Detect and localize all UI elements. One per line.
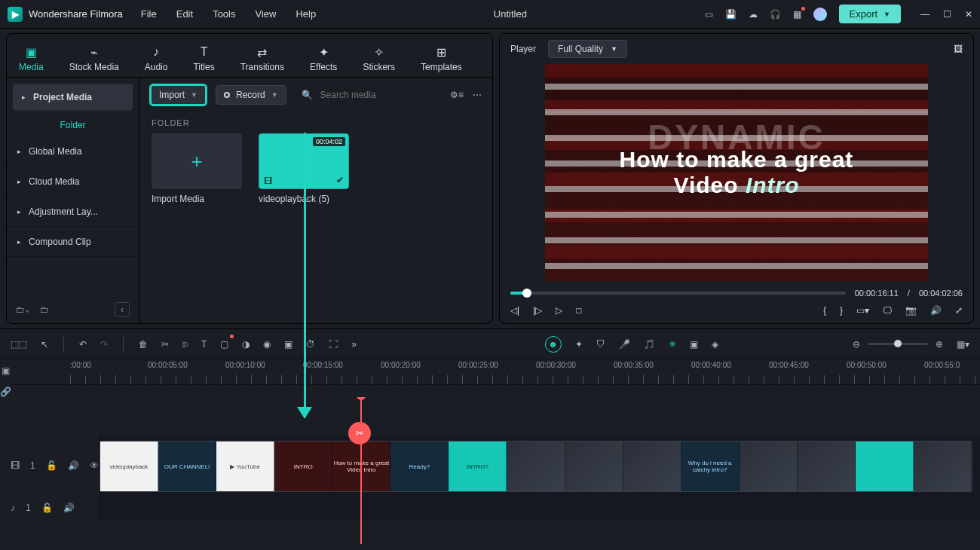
enhance-icon[interactable]: ✳ xyxy=(669,339,676,350)
tab-stickers[interactable]: ✧Stickers xyxy=(357,41,401,77)
import-button[interactable]: Import▼ xyxy=(150,84,207,105)
sidebar-item-global-media[interactable]: ▸Global Media xyxy=(7,136,139,167)
search-input[interactable] xyxy=(319,89,435,101)
speed-1-icon[interactable]: ◑ xyxy=(242,339,250,350)
apps-icon[interactable]: ▦ xyxy=(793,9,801,20)
mic-icon[interactable]: 🎤 xyxy=(619,339,630,350)
sidebar-folder-label[interactable]: Folder xyxy=(7,114,139,136)
record-button[interactable]: Record▼ xyxy=(216,85,286,105)
templates-icon: ⊞ xyxy=(436,45,446,59)
mask-icon[interactable]: ▣ xyxy=(284,339,292,350)
sidebar-item-adjustment-layer[interactable]: ▸Adjustment Lay... xyxy=(7,197,139,227)
playhead[interactable] xyxy=(360,397,362,544)
tab-stock-media[interactable]: ⌁Stock Media xyxy=(63,41,125,77)
frame-icon[interactable]: ▢ xyxy=(220,339,228,350)
mark-out-icon[interactable]: } xyxy=(840,305,843,316)
text-icon[interactable]: T xyxy=(201,339,207,350)
sparkle-icon[interactable]: ✦ xyxy=(575,339,583,350)
filter-icon[interactable]: ⚙≡ xyxy=(450,90,464,100)
quality-dropdown[interactable]: Full Quality▼ xyxy=(548,40,627,58)
minimize-icon[interactable]: — xyxy=(920,9,929,20)
folder-icon[interactable]: 🗀 xyxy=(40,304,49,315)
menu-view[interactable]: View xyxy=(255,8,276,20)
import-media-card[interactable]: + Import Media xyxy=(152,133,242,204)
time-ruler[interactable]: :00:00 00:00:05:00 00:00:10:00 00:00:15:… xyxy=(11,359,980,385)
lock-icon[interactable]: 🔓 xyxy=(41,503,53,513)
snapshot-icon[interactable]: 🖼 xyxy=(954,44,963,54)
media-icon: ▣ xyxy=(26,45,37,59)
tab-templates[interactable]: ⊞Templates xyxy=(415,41,468,77)
crop-icon[interactable]: ⟄ xyxy=(182,339,188,350)
music-icon[interactable]: 🎵 xyxy=(644,339,655,350)
seek-slider[interactable] xyxy=(510,292,846,295)
mute-icon[interactable]: 🔊 xyxy=(63,503,75,513)
collapse-sidebar-icon[interactable]: ‹ xyxy=(115,302,130,317)
play-icon[interactable]: ▷ xyxy=(556,305,562,316)
headphones-icon[interactable]: 🎧 xyxy=(770,9,781,20)
volume-icon[interactable]: 🔊 xyxy=(930,305,942,316)
preview-viewport[interactable]: DYNAMIC How to make a great Video Intro xyxy=(545,64,928,281)
mute-icon[interactable]: 🔊 xyxy=(68,460,79,471)
magnet-icon[interactable]: ⬚⬚ xyxy=(11,339,27,350)
export-button[interactable]: Export▼ xyxy=(839,5,902,23)
delete-icon[interactable]: 🗑 xyxy=(139,339,148,350)
tab-transitions[interactable]: ⇄Transitions xyxy=(234,41,290,77)
tab-audio[interactable]: ♪Audio xyxy=(139,41,174,77)
pip-icon[interactable]: ▣ xyxy=(690,339,698,350)
app-name: Wondershare Filmora xyxy=(29,8,123,20)
camera-icon[interactable]: 📷 xyxy=(905,305,917,316)
tab-titles[interactable]: TTitles xyxy=(187,41,220,77)
sidebar-item-compound-clip[interactable]: ▸Compound Clip xyxy=(7,227,139,257)
ai-icon[interactable]: ☻ xyxy=(545,336,562,353)
cloud-icon[interactable]: ☁ xyxy=(749,9,758,20)
clip-frame: ▶ YouTube xyxy=(216,442,274,491)
lock-icon[interactable]: 🔓 xyxy=(46,460,57,471)
display-icon[interactable]: 🖵 xyxy=(883,305,892,316)
menu-tools[interactable]: Tools xyxy=(213,8,235,20)
main-menu: File Edit Tools View Help xyxy=(141,8,316,20)
more-icon[interactable]: ⋯ xyxy=(473,90,482,100)
mark-in-icon[interactable]: { xyxy=(823,305,826,316)
timeline-marker-icon[interactable]: ▣ xyxy=(2,365,10,376)
search-icon[interactable]: 🔍 xyxy=(302,90,313,100)
zoom-in-icon[interactable]: ⊕ xyxy=(936,339,943,350)
undo-icon[interactable]: ↶ xyxy=(79,339,87,350)
expand-icon[interactable]: ⛶ xyxy=(329,339,338,350)
stop-icon[interactable]: □ xyxy=(576,305,581,316)
menu-file[interactable]: File xyxy=(141,8,157,20)
keyframe-icon[interactable]: ◈ xyxy=(712,339,718,350)
avatar-icon[interactable] xyxy=(813,8,827,21)
sidebar-item-cloud-media[interactable]: ▸Cloud Media xyxy=(7,167,139,197)
cursor-icon[interactable]: ↖ xyxy=(41,339,48,350)
zoom-slider[interactable] xyxy=(868,343,928,345)
menu-edit[interactable]: Edit xyxy=(176,8,193,20)
link-icon[interactable]: 🔗 xyxy=(0,387,11,397)
split-icon[interactable]: ✂ xyxy=(161,339,169,350)
tab-effects[interactable]: ✦Effects xyxy=(304,41,343,77)
next-frame-icon[interactable]: |▷ xyxy=(533,305,542,316)
video-track-icon: 🎞 xyxy=(11,460,20,471)
redo-icon[interactable]: ↷ xyxy=(100,339,108,350)
cut-point-icon[interactable]: ✂ xyxy=(348,422,371,445)
screen-icon[interactable]: ▭ xyxy=(705,9,713,20)
prev-frame-icon[interactable]: ◁| xyxy=(510,305,519,316)
sidebar-item-project-media[interactable]: ▸Project Media xyxy=(13,84,133,111)
ratio-icon[interactable]: ▭▾ xyxy=(856,305,869,316)
chevron-down-icon: ▼ xyxy=(271,91,278,99)
clip-frame: INTRO xyxy=(274,442,332,491)
visibility-icon[interactable]: 👁 xyxy=(90,460,99,471)
menu-help[interactable]: Help xyxy=(296,8,316,20)
zoom-out-icon[interactable]: ⊖ xyxy=(853,339,860,350)
shield-icon[interactable]: ⛉ xyxy=(596,339,605,350)
close-icon[interactable]: ✕ xyxy=(965,9,972,20)
color-icon[interactable]: ◉ xyxy=(263,339,271,350)
maximize-icon[interactable]: ☐ xyxy=(943,9,951,20)
view-mode-icon[interactable]: ▦▾ xyxy=(957,339,969,350)
tab-media[interactable]: ▣Media xyxy=(13,41,50,77)
timeline-clip[interactable]: videoplayback OUR CHANNEL! ▶ YouTube INT… xyxy=(100,441,972,492)
speed-icon[interactable]: ⏱ xyxy=(306,339,315,350)
new-folder-icon[interactable]: 🗀₊ xyxy=(16,304,29,315)
more-tools-icon[interactable]: » xyxy=(351,339,357,350)
save-icon[interactable]: 💾 xyxy=(725,9,737,20)
fullscreen-icon[interactable]: ⤢ xyxy=(955,305,963,316)
